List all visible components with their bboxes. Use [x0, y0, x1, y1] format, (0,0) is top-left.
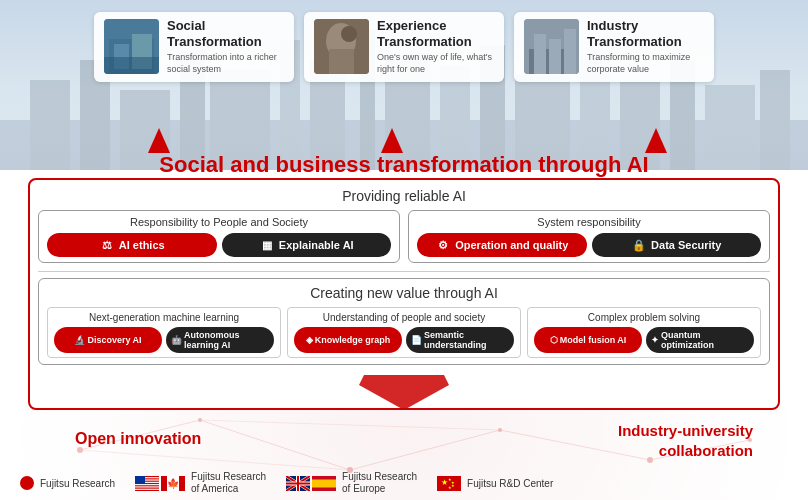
knowledge-graph-pill: ◈ Knowledge graph — [294, 327, 402, 353]
social-title: Social Transformation — [167, 18, 284, 49]
explainable-ai-pill: ▦ Explainable AI — [222, 233, 392, 257]
fujitsu-europe-logo: Fujitsu Researchof Europe — [286, 471, 417, 495]
semantic-understanding-pill: 📄 Semantic understanding — [406, 327, 514, 353]
svg-rect-54 — [135, 486, 159, 487]
fujitsu-europe-label: Fujitsu Researchof Europe — [342, 471, 417, 495]
experience-transformation-card: Experience Transformation One's own way … — [304, 12, 504, 82]
experience-title: Experience Transformation — [377, 18, 494, 49]
semantic-understanding-label: Semantic understanding — [424, 330, 509, 350]
operation-quality-label: Operation and quality — [455, 239, 568, 251]
model-fusion-label: Model fusion AI — [560, 335, 627, 345]
section-divider — [38, 271, 770, 272]
autonomous-icon: 🤖 — [171, 335, 182, 345]
svg-rect-35 — [104, 57, 159, 74]
svg-text:★: ★ — [441, 478, 448, 487]
responsibility-title: Responsibility to People and Society — [47, 216, 391, 228]
next-gen-ml-title: Next-generation machine learning — [54, 312, 274, 323]
svg-line-29 — [80, 450, 350, 470]
quantum-icon: ✦ — [651, 335, 659, 345]
svg-marker-45 — [148, 128, 170, 153]
svg-rect-53 — [135, 484, 159, 485]
social-transformation-card: Social Transformation Transformation int… — [94, 12, 294, 82]
data-security-pill: 🔒 Data Security — [592, 233, 762, 257]
logo-strip: Fujitsu Research — [20, 471, 788, 495]
svg-marker-48 — [359, 375, 449, 410]
uk-flag-icon — [286, 476, 310, 491]
experience-desc: One's own way of life, what's right for … — [377, 52, 494, 75]
svg-rect-44 — [564, 29, 576, 74]
operation-quality-pill: ⚙ Operation and quality — [417, 233, 587, 257]
bottom-chevron — [359, 375, 449, 414]
industry-card-image — [524, 19, 579, 74]
industry-transformation-card: Industry Transformation Transforming to … — [514, 12, 714, 82]
ai-ethics-label: AI ethics — [119, 239, 165, 251]
arrow-left — [148, 128, 170, 153]
transformation-cards: Social Transformation Transformation int… — [30, 12, 778, 82]
knowledge-icon: ◈ — [306, 335, 313, 345]
svg-line-30 — [200, 420, 500, 430]
svg-marker-46 — [381, 128, 403, 153]
svg-rect-55 — [135, 488, 159, 489]
complex-problem-title: Complex problem solving — [534, 312, 754, 323]
open-innovation-label: Open innovation — [75, 430, 201, 448]
industry-desc: Transforming to maximize corporate value — [587, 52, 704, 75]
complex-problem-pills: ⬡ Model fusion AI ✦ Quantum optimization — [534, 327, 754, 353]
main-headline: Social and business transformation throu… — [0, 152, 808, 178]
canada-flag-icon: 🍁 — [161, 476, 185, 491]
understanding-col: Understanding of people and society ◈ Kn… — [287, 307, 521, 358]
system-responsibility-title: System responsibility — [417, 216, 761, 228]
svg-rect-43 — [549, 39, 561, 74]
svg-line-26 — [350, 430, 500, 470]
industry-title: Industry Transformation — [587, 18, 704, 49]
value-columns: Next-generation machine learning 🔬 Disco… — [47, 307, 761, 358]
svg-point-21 — [498, 428, 502, 432]
america-flags: 🍁 — [135, 476, 185, 491]
system-responsibility-group: System responsibility ⚙ Operation and qu… — [408, 210, 770, 263]
svg-point-19 — [198, 418, 202, 422]
experience-card-image — [314, 19, 369, 74]
providing-title: Providing reliable AI — [38, 188, 770, 204]
explainable-icon: ▦ — [259, 237, 275, 253]
social-card-image — [104, 19, 159, 74]
svg-text:🍁: 🍁 — [167, 477, 180, 490]
svg-rect-42 — [534, 34, 546, 74]
svg-rect-38 — [329, 49, 354, 74]
svg-marker-47 — [645, 128, 667, 153]
understanding-title: Understanding of people and society — [294, 312, 514, 323]
arrow-mid — [381, 128, 403, 153]
svg-rect-71 — [312, 479, 336, 487]
model-fusion-pill: ⬡ Model fusion AI — [534, 327, 642, 353]
discovery-ai-pill: 🔬 Discovery AI — [54, 327, 162, 353]
svg-rect-56 — [135, 476, 145, 484]
svg-rect-59 — [179, 476, 185, 491]
fujitsu-rd-label: Fujitsu R&D Center — [467, 478, 553, 489]
svg-line-25 — [200, 420, 350, 470]
china-flag-icon: ★ ★ ★ ★ ★ — [437, 476, 461, 491]
quantum-optimization-pill: ✦ Quantum optimization — [646, 327, 754, 353]
fujitsu-rd-center-logo: ★ ★ ★ ★ ★ Fujitsu R&D Center — [437, 476, 553, 491]
value-title: Creating new value through AI — [47, 285, 761, 301]
fujitsu-research-logo: Fujitsu Research — [20, 476, 115, 490]
industry-collab-label: Industry-university collaboration — [618, 421, 753, 460]
svg-rect-69 — [286, 482, 310, 484]
understanding-pills: ◈ Knowledge graph 📄 Semantic understandi… — [294, 327, 514, 353]
quantum-optimization-label: Quantum optimization — [661, 330, 749, 350]
next-gen-ml-col: Next-generation machine learning 🔬 Disco… — [47, 307, 281, 358]
ethics-icon: ⚖ — [99, 237, 115, 253]
security-icon: 🔒 — [631, 237, 647, 253]
main-container: Social Transformation Transformation int… — [0, 0, 808, 500]
data-security-label: Data Security — [651, 239, 721, 251]
semantic-icon: 📄 — [411, 335, 422, 345]
fujitsu-america-logo: 🍁 Fujitsu Researchof America — [135, 471, 266, 495]
us-flag-icon — [135, 476, 159, 491]
responsibility-group: Responsibility to People and Society ⚖ A… — [38, 210, 400, 263]
autonomous-learning-pill: 🤖 Autonomous learning AI — [166, 327, 274, 353]
europe-flags — [286, 476, 336, 491]
discovery-icon: 🔬 — [74, 335, 85, 345]
arrow-right — [645, 128, 667, 153]
fujitsu-america-label: Fujitsu Researchof America — [191, 471, 266, 495]
explainable-ai-label: Explainable AI — [279, 239, 354, 251]
social-desc: Transformation into a richer social syst… — [167, 52, 284, 75]
fujitsu-research-label: Fujitsu Research — [40, 478, 115, 489]
discovery-ai-label: Discovery AI — [87, 335, 141, 345]
